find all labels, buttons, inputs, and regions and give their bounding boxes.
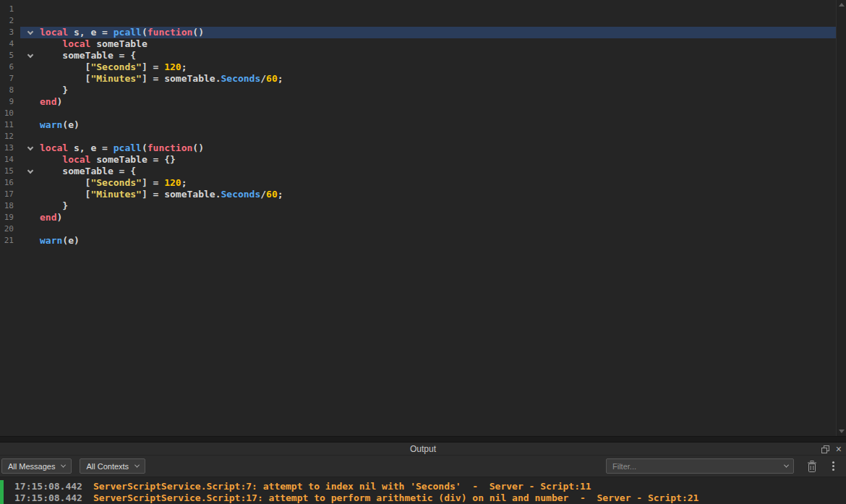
log-timestamp: 17:15:08.442: [14, 481, 82, 492]
line-number[interactable]: 5: [0, 50, 20, 61]
line-number[interactable]: 11: [0, 119, 20, 131]
output-log[interactable]: 17:15:08.442ServerScriptService.Script:7…: [0, 477, 846, 504]
code-line[interactable]: 3local s, e = pcall(function(): [0, 27, 836, 38]
code-line[interactable]: 16 ["Seconds"] = 120;: [0, 177, 836, 189]
line-number[interactable]: 13: [0, 142, 20, 154]
code-text: [40, 4, 836, 15]
line-number[interactable]: 19: [0, 212, 20, 223]
code-line[interactable]: 5 someTable = {: [0, 50, 836, 61]
line-number[interactable]: 9: [0, 96, 20, 108]
code-text: }: [40, 200, 836, 212]
code-line[interactable]: 15 someTable = {: [0, 166, 836, 177]
context-filter-label: All Contexts: [86, 462, 129, 471]
close-panel-icon[interactable]: ×: [836, 444, 842, 454]
code-text: someTable = {: [40, 166, 836, 177]
editor-scrollbar[interactable]: [836, 0, 846, 436]
chevron-down-icon: [134, 463, 140, 468]
code-line[interactable]: 10: [0, 108, 836, 119]
fold-toggle-icon[interactable]: [20, 142, 40, 154]
fold-toggle-icon[interactable]: [20, 50, 40, 61]
line-number[interactable]: 18: [0, 200, 20, 212]
line-number[interactable]: 20: [0, 223, 20, 235]
line-number[interactable]: 4: [0, 38, 20, 50]
code-line[interactable]: 21warn(e): [0, 235, 836, 247]
script-editor[interactable]: 123local s, e = pcall(function()4 local …: [0, 0, 846, 436]
fold-spacer: [20, 154, 40, 166]
message-filter-dropdown[interactable]: All Messages: [1, 458, 72, 474]
panel-splitter[interactable]: [0, 436, 846, 443]
code-line[interactable]: 11warn(e): [0, 119, 836, 131]
code-text: local someTable: [40, 38, 836, 50]
log-entry[interactable]: 17:15:08.442ServerScriptService.Script:7…: [14, 481, 846, 492]
fold-spacer: [20, 200, 40, 212]
more-options-icon[interactable]: [829, 460, 837, 473]
scroll-up-icon[interactable]: [839, 3, 845, 7]
log-message: ServerScriptService.Script:7: attempt to…: [93, 481, 591, 492]
log-indicator: [0, 480, 4, 504]
code-text: warn(e): [40, 235, 836, 247]
code-text: [40, 15, 836, 27]
code-line[interactable]: 1: [0, 4, 836, 15]
code-line[interactable]: 13local s, e = pcall(function(): [0, 142, 836, 154]
code-text: [40, 108, 836, 119]
code-line[interactable]: 2: [0, 15, 836, 27]
fold-spacer: [20, 15, 40, 27]
fold-spacer: [20, 38, 40, 50]
fold-spacer: [20, 96, 40, 108]
code-line[interactable]: 12: [0, 131, 836, 142]
code-line[interactable]: 14 local someTable = {}: [0, 154, 836, 166]
code-area[interactable]: 123local s, e = pcall(function()4 local …: [0, 0, 836, 436]
log-timestamp: 17:15:08.442: [14, 492, 82, 503]
code-line[interactable]: 6 ["Seconds"] = 120;: [0, 61, 836, 73]
float-panel-icon[interactable]: [821, 445, 829, 453]
code-line[interactable]: 17 ["Minutes"] = someTable.Seconds/60;: [0, 189, 836, 200]
line-number[interactable]: 16: [0, 177, 20, 189]
log-entry[interactable]: 17:15:08.442ServerScriptService.Script:1…: [14, 492, 846, 504]
line-number[interactable]: 8: [0, 85, 20, 96]
code-text: ["Seconds"] = 120;: [40, 177, 836, 189]
fold-spacer: [20, 73, 40, 85]
log-message: ServerScriptService.Script:17: attempt t…: [93, 492, 698, 503]
fold-spacer: [20, 223, 40, 235]
code-line[interactable]: 18 }: [0, 200, 836, 212]
output-title: Output: [410, 444, 436, 454]
line-number[interactable]: 2: [0, 15, 20, 27]
code-line[interactable]: 4 local someTable: [0, 38, 836, 50]
line-number[interactable]: 7: [0, 73, 20, 85]
code-line[interactable]: 7 ["Minutes"] = someTable.Seconds/60;: [0, 73, 836, 85]
code-line[interactable]: 9end): [0, 96, 836, 108]
code-line[interactable]: 19end): [0, 212, 836, 223]
code-line[interactable]: 20: [0, 223, 836, 235]
filter-input[interactable]: [606, 458, 794, 474]
code-text: ["Minutes"] = someTable.Seconds/60;: [40, 73, 836, 85]
output-toolbar: All Messages All Contexts: [0, 456, 846, 477]
line-number[interactable]: 3: [0, 27, 20, 38]
code-text: end): [40, 212, 836, 223]
code-text: local s, e = pcall(function(): [40, 27, 836, 38]
code-text: end): [40, 96, 836, 108]
code-text: local someTable = {}: [40, 154, 836, 166]
fold-spacer: [20, 108, 40, 119]
context-filter-dropdown[interactable]: All Contexts: [80, 458, 145, 474]
line-number[interactable]: 12: [0, 131, 20, 142]
line-number[interactable]: 21: [0, 235, 20, 247]
output-header-icons: ×: [821, 443, 842, 456]
filter-combobox[interactable]: [606, 458, 794, 474]
line-number[interactable]: 6: [0, 61, 20, 73]
clear-output-icon[interactable]: [807, 461, 817, 472]
chevron-down-icon: [61, 463, 66, 468]
line-number[interactable]: 15: [0, 166, 20, 177]
log-entries: 17:15:08.442ServerScriptService.Script:7…: [14, 481, 846, 504]
line-number[interactable]: 17: [0, 189, 20, 200]
code-line[interactable]: 8 }: [0, 85, 836, 96]
line-number[interactable]: 10: [0, 108, 20, 119]
output-panel: Output × All Messages All Contexts: [0, 443, 846, 504]
scroll-down-icon[interactable]: [839, 430, 845, 433]
code-text: [40, 131, 836, 142]
fold-toggle-icon[interactable]: [20, 166, 40, 177]
message-filter-label: All Messages: [8, 462, 55, 471]
line-number[interactable]: 14: [0, 154, 20, 166]
code-text: }: [40, 85, 836, 96]
fold-toggle-icon[interactable]: [20, 27, 40, 38]
line-number[interactable]: 1: [0, 4, 20, 15]
